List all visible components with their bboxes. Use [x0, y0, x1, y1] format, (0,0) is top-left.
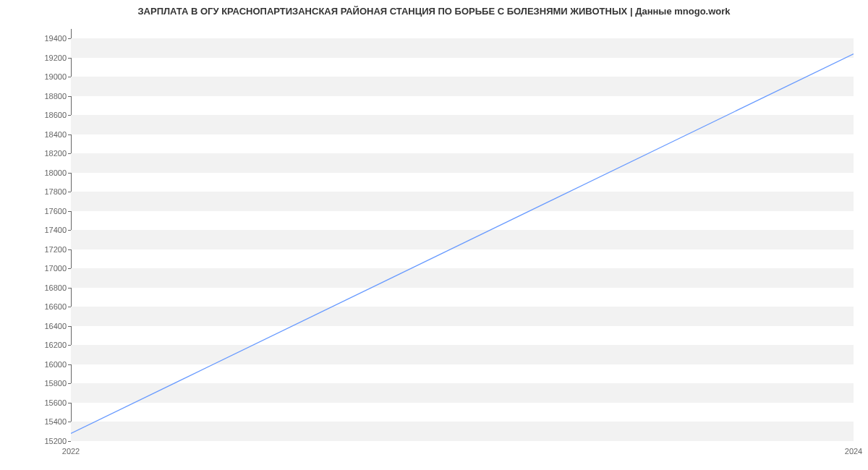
- chart-title: ЗАРПЛАТА В ОГУ КРАСНОПАРТИЗАНСКАЯ РАЙОНА…: [0, 6, 868, 17]
- y-tick-mark: [68, 288, 71, 289]
- chart-line-svg: [71, 29, 854, 441]
- x-tick-label: 2022: [62, 447, 80, 456]
- y-tick-label: 17400: [30, 226, 67, 234]
- y-tick-mark: [68, 134, 71, 135]
- y-tick-label: 17800: [30, 187, 67, 196]
- y-tick-mark: [68, 383, 71, 384]
- y-tick-mark: [68, 326, 71, 327]
- y-tick-mark: [68, 77, 71, 77]
- y-tick-label: 16600: [30, 302, 67, 311]
- y-tick-label: 15200: [30, 437, 67, 445]
- y-tick-mark: [68, 38, 71, 39]
- data-line: [71, 54, 854, 433]
- y-tick-mark: [68, 403, 71, 403]
- y-tick-label: 19200: [30, 54, 67, 62]
- y-tick-label: 18200: [30, 149, 67, 158]
- y-tick-label: 15400: [30, 417, 67, 426]
- y-tick-label: 18400: [30, 130, 67, 139]
- y-tick-label: 18600: [30, 111, 67, 119]
- y-tick-label: 19400: [30, 34, 67, 43]
- y-tick-label: 15800: [30, 379, 67, 388]
- y-tick-mark: [68, 307, 71, 307]
- y-tick-label: 19000: [30, 72, 67, 81]
- y-tick-mark: [68, 153, 71, 154]
- plot-area: [71, 29, 854, 441]
- y-tick-mark: [68, 268, 71, 269]
- chart-container: ЗАРПЛАТА В ОГУ КРАСНОПАРТИЗАНСКАЯ РАЙОНА…: [0, 0, 868, 470]
- y-tick-mark: [68, 192, 71, 192]
- y-tick-label: 18000: [30, 168, 67, 177]
- y-tick-mark: [68, 173, 71, 174]
- y-tick-mark: [68, 115, 71, 116]
- y-tick-label: 17600: [30, 207, 67, 215]
- y-tick-label: 17000: [30, 264, 67, 273]
- y-tick-mark: [68, 345, 71, 346]
- y-tick-mark: [68, 364, 71, 365]
- y-tick-mark: [68, 230, 71, 231]
- y-tick-label: 16400: [30, 322, 67, 330]
- y-tick-label: 15600: [30, 398, 67, 407]
- x-tick-label: 2024: [845, 447, 862, 456]
- y-tick-mark: [68, 422, 71, 422]
- y-tick-mark: [68, 441, 71, 442]
- y-tick-label: 16800: [30, 283, 67, 292]
- y-tick-mark: [68, 211, 71, 212]
- y-tick-label: 17200: [30, 245, 67, 254]
- y-tick-label: 18800: [30, 92, 67, 101]
- y-tick-mark: [68, 58, 71, 59]
- y-tick-label: 16000: [30, 360, 67, 369]
- y-tick-label: 16200: [30, 341, 67, 349]
- y-tick-mark: [68, 249, 71, 250]
- y-tick-mark: [68, 96, 71, 97]
